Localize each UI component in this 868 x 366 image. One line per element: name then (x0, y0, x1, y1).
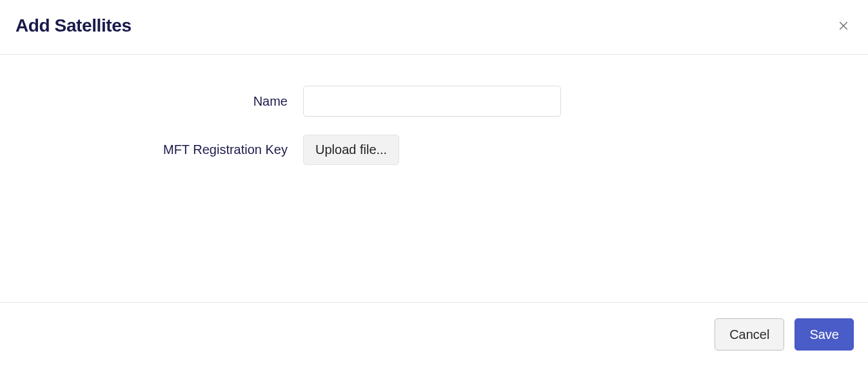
upload-file-button[interactable]: Upload file... (303, 135, 399, 165)
dialog-title: Add Satellites (15, 15, 132, 36)
cancel-button[interactable]: Cancel (715, 318, 784, 351)
close-icon[interactable] (837, 19, 850, 32)
dialog-footer: Cancel Save (0, 302, 868, 366)
save-button[interactable]: Save (794, 318, 854, 351)
name-label: Name (13, 94, 303, 109)
mft-key-label: MFT Registration Key (13, 142, 303, 157)
form-row-name: Name (13, 86, 855, 117)
dialog-body: Name MFT Registration Key Upload file... (0, 55, 868, 196)
name-input[interactable] (303, 86, 561, 117)
dialog-header: Add Satellites (0, 0, 868, 55)
form-row-mft-key: MFT Registration Key Upload file... (13, 135, 855, 165)
